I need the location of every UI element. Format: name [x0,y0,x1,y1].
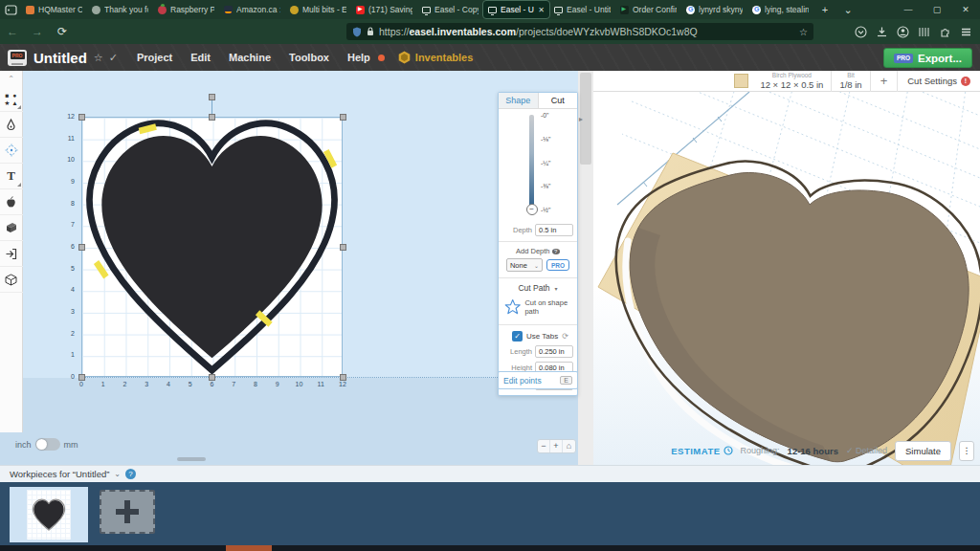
browser-tab[interactable]: lynyrd skynyrd si [681,1,747,18]
workpieces-help-icon[interactable]: ? [125,469,136,479]
workpieces-chevron-icon[interactable]: ⌄ [114,470,121,478]
more-options-button[interactable]: ⋮ [959,441,974,461]
material-tool[interactable] [0,215,23,241]
detailed-toggle[interactable]: ✓ Detailed [846,446,887,455]
zoom-in-button[interactable]: + [550,440,563,452]
material-swatch[interactable] [734,74,748,88]
toolbar-collapse-icon[interactable]: ⌃ [0,71,23,86]
unit-toggle[interactable] [35,438,60,451]
use-tabs-checkbox[interactable]: ✓ [512,331,523,342]
tab-cut[interactable]: Cut [539,93,578,108]
panel-collapse-icon[interactable]: ▸ [579,115,583,123]
url-bar[interactable]: https://easel.inventables.com/projects/d… [346,23,813,40]
add-depth-help-icon[interactable]: ? [552,249,560,254]
browser-tab[interactable]: lying, stealing, an [747,1,813,18]
tab-close-icon[interactable]: ✕ [538,6,545,14]
selection-handle-s[interactable] [209,374,215,381]
cut-path-dropdown[interactable]: Cut Path ▾ [499,281,577,295]
simulate-button[interactable]: Simulate [895,441,951,461]
workpieces-label[interactable]: Workpieces for “Untitled” [10,469,109,479]
add-bit-button[interactable]: + [871,74,898,88]
forward-icon[interactable]: → [25,25,50,38]
browser-tab[interactable]: Multi bits - Easel [285,1,351,18]
new-tab-button[interactable]: + [813,4,836,15]
browser-tab[interactable]: Amazon.ca : us4 [219,1,285,18]
tab-favicon [422,7,431,13]
shapes-tool[interactable]: ■● ★▲ [0,86,23,112]
containers-icon[interactable] [918,26,930,38]
browser-tab[interactable]: HQMaster CNC R [21,1,87,18]
zoom-home-button[interactable]: ⌂ [563,440,575,452]
import-tool[interactable] [0,241,23,267]
material-info[interactable]: Birch Plywood 12 × 12 × 0.5 in [752,72,831,90]
menu-item[interactable]: Machine [229,52,271,63]
window-minimize-button[interactable]: — [894,0,923,19]
bit-info[interactable]: Bit 1/8 in [832,72,869,90]
design-library-tool[interactable] [0,189,23,215]
menu-item[interactable]: Help [347,52,370,63]
selection-handle-e[interactable] [340,244,346,251]
text-tool[interactable]: T [0,164,23,189]
account-icon[interactable] [897,26,909,38]
cut-on-path-star-icon [504,297,521,318]
selection-handle-ne[interactable] [340,114,346,121]
download-icon[interactable] [876,26,888,38]
browser-tab[interactable]: Easel - Untitled ✕ [483,1,549,18]
project-title[interactable]: Untitled [33,50,87,66]
tab-overflow-icon[interactable]: ⌄ [836,4,859,16]
use-tabs-label: Use Tabs [526,332,558,341]
selection-handle-n[interactable] [209,114,215,121]
tab-title: (171) Saving Bits [368,5,412,14]
add-workpiece-button[interactable] [100,490,155,534]
easel-logo[interactable]: PRO [8,50,27,66]
depth-input[interactable]: 0.5 in [535,224,573,236]
back-icon[interactable]: ← [0,25,25,38]
window-close-button[interactable]: ✕ [951,0,980,19]
menu-item[interactable]: Toolbox [289,52,329,63]
edit-points-link[interactable]: Edit points [503,376,542,386]
browser-tab[interactable]: (171) Saving Bits [351,1,417,18]
extension-icon[interactable] [939,26,951,38]
selection-handle-se[interactable] [340,374,346,381]
menu-item[interactable]: Edit [190,52,211,63]
selection-handle-sw[interactable] [78,374,85,381]
shield-icon[interactable] [352,27,362,37]
slider-tick-label: -⅜" [541,183,550,189]
depth-slider-handle[interactable]: − [526,204,538,215]
browser-tab[interactable]: Order Confirmati [615,1,681,18]
tab-length-input[interactable]: 0.250 in [535,345,573,358]
3d-carve-tool[interactable] [0,267,23,293]
design-canvas[interactable]: 0123456789101112 0123456789101112 inch m… [0,71,578,465]
selection-handle-w[interactable] [78,244,85,251]
zoom-out-button[interactable]: − [538,440,550,452]
canvas-horizontal-scrollbar[interactable] [177,457,206,461]
bookmark-star-icon[interactable]: ☆ [799,27,808,37]
favorite-star-icon[interactable]: ☆ [94,52,103,64]
workpiece-thumbnail-selected[interactable] [10,487,88,542]
hamburger-menu-icon[interactable] [960,26,972,38]
selection-handle-nw[interactable] [78,114,85,121]
lock-icon[interactable] [367,27,374,36]
browser-tab[interactable]: Raspberry Pi Sec [153,1,219,18]
pocket-icon[interactable] [855,26,867,38]
browser-tab[interactable]: Thank you for your p [87,1,153,18]
origin-tool[interactable] [0,138,23,164]
edit-points-bar[interactable]: Edit points E [498,371,578,389]
export-button[interactable]: PRO Export... [883,48,972,68]
browser-tab[interactable]: Easel - Copy of U [417,1,483,18]
inventables-brand[interactable]: Inventables [398,51,474,64]
notification-dot [378,55,385,61]
3d-preview-scene[interactable] [593,92,980,465]
pen-tool[interactable] [0,112,23,138]
refresh-tabs-icon[interactable]: ⟳ [562,332,568,341]
window-maximize-button[interactable]: ▢ [923,0,951,19]
depth-slider-track[interactable] [529,115,534,210]
firefox-view-icon[interactable] [0,0,21,19]
rotation-handle[interactable] [209,94,215,100]
tab-shape[interactable]: Shape [499,93,539,108]
cut-settings-button[interactable]: Cut Settings ! [898,76,980,86]
menu-item[interactable]: Project [137,52,172,63]
add-depth-select[interactable]: None⌄ [506,258,543,272]
browser-tab[interactable]: Easel - Untitled [549,1,615,18]
reload-icon[interactable]: ⟳ [50,25,75,38]
